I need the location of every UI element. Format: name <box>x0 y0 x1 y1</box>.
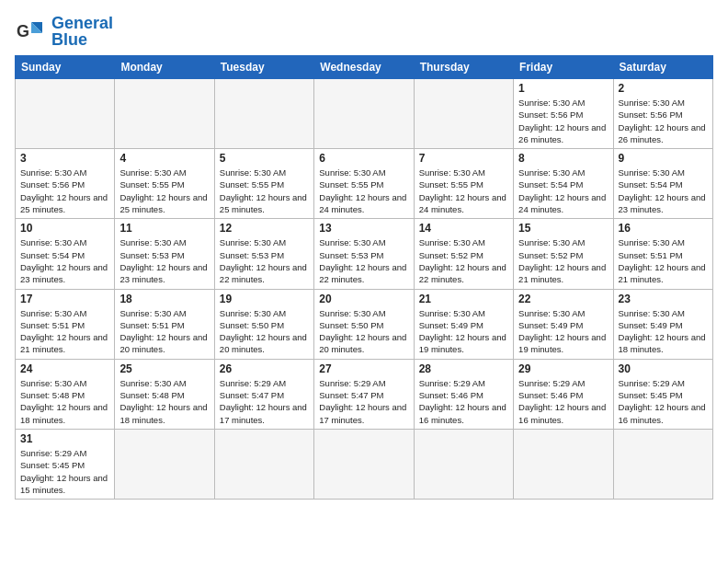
day-info: Sunrise: 5:30 AM Sunset: 5:49 PM Dayligh… <box>419 307 508 356</box>
calendar-week-0: 1Sunrise: 5:30 AM Sunset: 5:56 PM Daylig… <box>16 79 713 149</box>
weekday-header-sunday: Sunday <box>16 56 115 79</box>
day-number: 31 <box>20 432 109 445</box>
day-number: 7 <box>419 152 508 165</box>
day-info: Sunrise: 5:29 AM Sunset: 5:47 PM Dayligh… <box>220 377 309 426</box>
day-number: 1 <box>518 82 608 95</box>
day-info: Sunrise: 5:30 AM Sunset: 5:52 PM Dayligh… <box>419 236 508 285</box>
day-number: 26 <box>220 362 309 375</box>
calendar-week-4: 24Sunrise: 5:30 AM Sunset: 5:48 PM Dayli… <box>16 359 713 429</box>
calendar-cell: 22Sunrise: 5:30 AM Sunset: 5:49 PM Dayli… <box>514 289 613 359</box>
calendar-cell <box>514 429 613 499</box>
calendar-cell: 21Sunrise: 5:30 AM Sunset: 5:49 PM Dayli… <box>414 289 513 359</box>
day-number: 21 <box>419 293 508 305</box>
day-number: 12 <box>220 222 309 235</box>
day-info: Sunrise: 5:30 AM Sunset: 5:49 PM Dayligh… <box>619 307 708 356</box>
weekday-header-monday: Monday <box>115 56 214 79</box>
calendar-cell: 11Sunrise: 5:30 AM Sunset: 5:53 PM Dayli… <box>115 219 214 289</box>
calendar-cell: 23Sunrise: 5:30 AM Sunset: 5:49 PM Dayli… <box>613 289 712 359</box>
day-info: Sunrise: 5:30 AM Sunset: 5:51 PM Dayligh… <box>20 307 109 356</box>
day-info: Sunrise: 5:30 AM Sunset: 5:52 PM Dayligh… <box>518 236 608 285</box>
calendar-cell <box>115 79 214 149</box>
calendar-cell: 26Sunrise: 5:29 AM Sunset: 5:47 PM Dayli… <box>214 359 313 429</box>
calendar-cell <box>613 429 712 499</box>
day-number: 11 <box>119 222 209 235</box>
day-info: Sunrise: 5:30 AM Sunset: 5:50 PM Dayligh… <box>319 307 408 356</box>
calendar-week-2: 10Sunrise: 5:30 AM Sunset: 5:54 PM Dayli… <box>16 219 713 289</box>
day-number: 8 <box>518 152 608 165</box>
day-info: Sunrise: 5:30 AM Sunset: 5:56 PM Dayligh… <box>20 167 109 215</box>
calendar-cell: 17Sunrise: 5:30 AM Sunset: 5:51 PM Dayli… <box>16 289 115 359</box>
day-info: Sunrise: 5:30 AM Sunset: 5:50 PM Dayligh… <box>220 307 309 356</box>
day-number: 6 <box>319 152 408 165</box>
calendar-cell: 16Sunrise: 5:30 AM Sunset: 5:51 PM Dayli… <box>613 219 712 289</box>
day-number: 9 <box>619 152 708 165</box>
calendar-cell: 31Sunrise: 5:29 AM Sunset: 5:45 PM Dayli… <box>16 429 115 499</box>
calendar-cell <box>115 429 214 499</box>
day-number: 13 <box>319 222 408 235</box>
day-number: 10 <box>20 222 109 235</box>
calendar-cell <box>314 79 414 149</box>
day-number: 30 <box>619 362 708 375</box>
day-info: Sunrise: 5:30 AM Sunset: 5:54 PM Dayligh… <box>20 236 109 285</box>
page-header: G GeneralBlue <box>15 15 713 48</box>
day-number: 23 <box>619 293 708 305</box>
calendar-cell <box>414 429 513 499</box>
calendar-cell <box>314 429 414 499</box>
svg-text:G: G <box>17 22 29 40</box>
day-info: Sunrise: 5:29 AM Sunset: 5:46 PM Dayligh… <box>518 377 608 426</box>
calendar-cell <box>214 79 313 149</box>
calendar-cell: 19Sunrise: 5:30 AM Sunset: 5:50 PM Dayli… <box>214 289 313 359</box>
day-number: 25 <box>119 362 209 375</box>
day-number: 5 <box>220 152 309 165</box>
logo-icon: G <box>15 15 48 48</box>
day-info: Sunrise: 5:30 AM Sunset: 5:53 PM Dayligh… <box>319 236 408 285</box>
day-number: 18 <box>119 293 209 305</box>
calendar-cell <box>414 79 513 149</box>
weekday-header-friday: Friday <box>514 56 613 79</box>
day-number: 24 <box>20 362 109 375</box>
day-info: Sunrise: 5:29 AM Sunset: 5:46 PM Dayligh… <box>419 377 508 426</box>
day-number: 28 <box>419 362 508 375</box>
day-info: Sunrise: 5:29 AM Sunset: 5:45 PM Dayligh… <box>619 377 708 426</box>
day-info: Sunrise: 5:30 AM Sunset: 5:49 PM Dayligh… <box>518 307 608 356</box>
logo: G GeneralBlue <box>15 15 113 48</box>
day-info: Sunrise: 5:30 AM Sunset: 5:55 PM Dayligh… <box>419 167 508 215</box>
day-number: 22 <box>518 293 608 305</box>
day-info: Sunrise: 5:29 AM Sunset: 5:47 PM Dayligh… <box>319 377 408 426</box>
day-info: Sunrise: 5:30 AM Sunset: 5:55 PM Dayligh… <box>220 167 309 215</box>
day-info: Sunrise: 5:30 AM Sunset: 5:48 PM Dayligh… <box>20 377 109 426</box>
calendar-cell: 29Sunrise: 5:29 AM Sunset: 5:46 PM Dayli… <box>514 359 613 429</box>
day-info: Sunrise: 5:30 AM Sunset: 5:53 PM Dayligh… <box>119 236 209 285</box>
calendar: SundayMondayTuesdayWednesdayThursdayFrid… <box>15 55 713 500</box>
calendar-week-5: 31Sunrise: 5:29 AM Sunset: 5:45 PM Dayli… <box>16 429 713 499</box>
day-number: 17 <box>20 293 109 305</box>
calendar-cell: 30Sunrise: 5:29 AM Sunset: 5:45 PM Dayli… <box>613 359 712 429</box>
calendar-cell <box>214 429 313 499</box>
calendar-cell: 8Sunrise: 5:30 AM Sunset: 5:54 PM Daylig… <box>514 149 613 219</box>
weekday-header-wednesday: Wednesday <box>314 56 414 79</box>
day-number: 2 <box>619 82 708 95</box>
day-info: Sunrise: 5:30 AM Sunset: 5:51 PM Dayligh… <box>619 236 708 285</box>
day-info: Sunrise: 5:30 AM Sunset: 5:54 PM Dayligh… <box>518 167 608 215</box>
day-number: 27 <box>319 362 408 375</box>
day-info: Sunrise: 5:30 AM Sunset: 5:48 PM Dayligh… <box>119 377 209 426</box>
day-info: Sunrise: 5:29 AM Sunset: 5:45 PM Dayligh… <box>20 447 109 496</box>
day-info: Sunrise: 5:30 AM Sunset: 5:56 PM Dayligh… <box>518 97 608 145</box>
weekday-header-row: SundayMondayTuesdayWednesdayThursdayFrid… <box>16 56 713 79</box>
day-number: 19 <box>220 293 309 305</box>
calendar-week-3: 17Sunrise: 5:30 AM Sunset: 5:51 PM Dayli… <box>16 289 713 359</box>
calendar-cell: 3Sunrise: 5:30 AM Sunset: 5:56 PM Daylig… <box>16 149 115 219</box>
calendar-cell: 10Sunrise: 5:30 AM Sunset: 5:54 PM Dayli… <box>16 219 115 289</box>
day-number: 3 <box>20 152 109 165</box>
calendar-cell: 7Sunrise: 5:30 AM Sunset: 5:55 PM Daylig… <box>414 149 513 219</box>
weekday-header-saturday: Saturday <box>613 56 712 79</box>
day-info: Sunrise: 5:30 AM Sunset: 5:55 PM Dayligh… <box>119 167 209 215</box>
calendar-cell: 13Sunrise: 5:30 AM Sunset: 5:53 PM Dayli… <box>314 219 414 289</box>
weekday-header-thursday: Thursday <box>414 56 513 79</box>
calendar-cell: 27Sunrise: 5:29 AM Sunset: 5:47 PM Dayli… <box>314 359 414 429</box>
weekday-header-tuesday: Tuesday <box>214 56 313 79</box>
calendar-cell: 1Sunrise: 5:30 AM Sunset: 5:56 PM Daylig… <box>514 79 613 149</box>
day-number: 16 <box>619 222 708 235</box>
calendar-week-1: 3Sunrise: 5:30 AM Sunset: 5:56 PM Daylig… <box>16 149 713 219</box>
day-number: 20 <box>319 293 408 305</box>
